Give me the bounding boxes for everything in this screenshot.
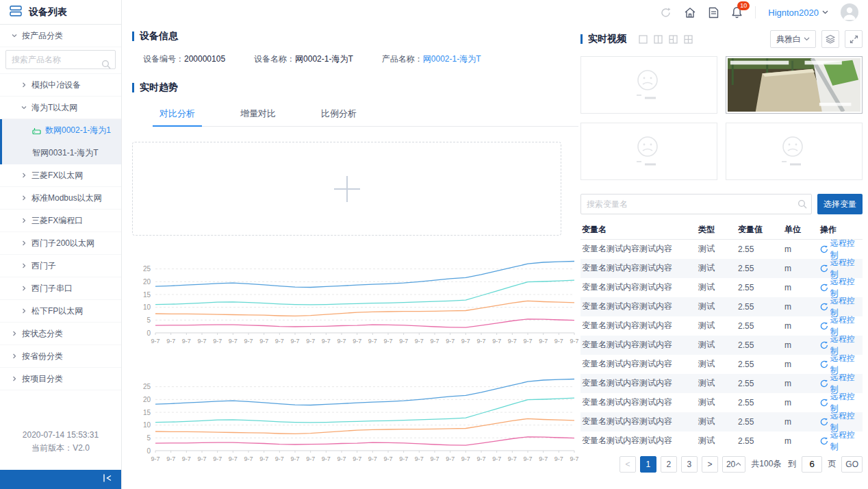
layout-4-icon[interactable] <box>684 35 693 44</box>
jump-page-input[interactable] <box>802 456 822 473</box>
video-cell-0-empty[interactable] <box>580 56 717 114</box>
home-icon[interactable] <box>684 7 696 18</box>
tab-0[interactable]: 对比分析 <box>153 103 202 126</box>
column-header-3: 单位 <box>783 221 819 239</box>
svg-text:9-7: 9-7 <box>290 338 299 344</box>
page-button-1[interactable]: 1 <box>640 456 656 473</box>
cell-type: 测试 <box>697 431 737 451</box>
cell-name: 变量名测试内容测试内容 <box>580 259 697 278</box>
page-button-3[interactable]: 3 <box>681 456 698 473</box>
remote-control-link[interactable]: 远程控制 <box>820 393 863 412</box>
trend-tabs: 对比分析增量对比比例分析 <box>153 103 578 127</box>
variable-search-input[interactable] <box>580 194 812 214</box>
fullscreen-button[interactable] <box>845 30 863 48</box>
remote-control-link[interactable]: 远程控制 <box>820 374 863 393</box>
remote-control-icon <box>820 284 828 292</box>
cell-type: 测试 <box>697 278 737 297</box>
remote-control-link[interactable]: 远程控制 <box>820 297 863 316</box>
table-row: 变量名测试内容测试内容测试2.55m远程控制 <box>580 297 863 316</box>
cell-unit: m <box>783 297 819 316</box>
remote-control-link[interactable]: 远程控制 <box>820 278 863 297</box>
layers-button[interactable] <box>821 30 839 48</box>
tab-2[interactable]: 比例分析 <box>314 103 363 126</box>
tree-item-5[interactable]: 智网0031-1-海为T <box>2 142 121 164</box>
bell-icon[interactable]: 10 <box>731 6 743 18</box>
go-button[interactable]: GO <box>841 456 863 473</box>
cell-unit: m <box>783 412 819 431</box>
remote-control-icon <box>820 399 828 407</box>
page-button-2[interactable]: 2 <box>661 456 677 473</box>
tree-item-4[interactable]: 数网0002-1-海为1 <box>2 119 121 142</box>
remote-control-link[interactable]: 远程控制 <box>820 240 863 259</box>
tab-1[interactable]: 增量对比 <box>233 103 283 126</box>
remote-control-icon <box>820 379 828 388</box>
next-page-button[interactable]: > <box>702 456 718 473</box>
chevron-down-icon <box>21 104 27 111</box>
chevron-right-icon <box>11 353 18 360</box>
layout-2-icon[interactable] <box>654 35 663 44</box>
svg-text:9-7: 9-7 <box>182 338 191 344</box>
cell-type: 测试 <box>697 297 737 316</box>
remote-control-link[interactable]: 远程控制 <box>820 431 863 451</box>
user-menu[interactable]: Hignton2020 <box>768 8 828 18</box>
device-field-2: 产品名称：网0002-1-海为T <box>382 53 481 65</box>
cell-name: 变量名测试内容测试内容 <box>580 374 697 393</box>
svg-text:20: 20 <box>143 278 151 286</box>
tree-item-13[interactable]: 按状态分类 <box>0 323 121 345</box>
refresh-icon[interactable] <box>660 7 672 18</box>
tree-item-15[interactable]: 按项目分类 <box>0 368 121 390</box>
video-title-text: 实时视频 <box>588 33 626 45</box>
remote-control-link[interactable]: 远程控制 <box>820 259 863 278</box>
remote-control-link[interactable]: 远程控制 <box>820 316 863 336</box>
remote-control-link[interactable]: 远程控制 <box>820 355 863 374</box>
table-row: 变量名测试内容测试内容测试2.55m远程控制 <box>580 355 863 374</box>
cell-type: 测试 <box>697 336 737 355</box>
theme-select[interactable]: 典雅白 <box>770 30 816 48</box>
video-cell-2-empty[interactable] <box>580 123 717 180</box>
svg-text:9-7: 9-7 <box>306 455 315 462</box>
product-search-input[interactable] <box>5 50 116 69</box>
add-chart-box[interactable] <box>132 142 561 236</box>
video-cell-3-empty[interactable] <box>726 123 863 180</box>
avatar[interactable] <box>841 3 858 21</box>
select-variable-button[interactable]: 选择变量 <box>817 194 863 214</box>
tree-item-11[interactable]: 西门子串口 <box>0 277 121 300</box>
tree-item-8[interactable]: 三菱FX编程口 <box>0 210 121 232</box>
svg-text:9-7: 9-7 <box>539 338 548 344</box>
sidebar-collapse-bar[interactable] <box>0 470 121 489</box>
collapse-sidebar-icon[interactable] <box>102 473 113 486</box>
cell-value: 2.55 <box>737 393 783 412</box>
tree-item-12[interactable]: 松下FP以太网 <box>0 300 121 323</box>
svg-text:9-7: 9-7 <box>275 338 284 344</box>
pagination: <123>20 共100条到页GO <box>580 456 863 473</box>
variable-table: 变量名类型变量值单位操作 变量名测试内容测试内容测试2.55m远程控制变量名测试… <box>580 221 863 451</box>
layout-1-icon[interactable] <box>639 35 648 44</box>
tree-item-3[interactable]: 海为T以太网 <box>0 97 121 119</box>
video-cell-1-live[interactable] <box>726 56 863 114</box>
expand-icon <box>850 35 858 44</box>
tree-item-9[interactable]: 西门子200以太网 <box>0 232 121 255</box>
tree-item-14[interactable]: 按省份分类 <box>0 345 121 368</box>
remote-control-link[interactable]: 远程控制 <box>820 412 863 431</box>
selected-group: 数网0002-1-海为1智网0031-1-海为T <box>0 119 121 164</box>
tree-item-label: 海为T以太网 <box>31 102 77 114</box>
username: Hignton2020 <box>768 8 819 18</box>
svg-text:9-7: 9-7 <box>259 338 268 344</box>
tree-item-0[interactable]: 按产品分类 <box>0 25 121 47</box>
tree-item-10[interactable]: 西门子 <box>0 255 121 277</box>
document-icon[interactable] <box>709 7 719 18</box>
cell-name: 变量名测试内容测试内容 <box>580 412 697 431</box>
cell-unit: m <box>783 278 819 297</box>
trend-chart-1: 05101520259-79-79-79-79-79-79-79-79-79-7… <box>132 249 578 353</box>
tree-item-2[interactable]: 模拟中冶设备 <box>0 74 121 97</box>
page-size-select[interactable]: 20 <box>722 456 745 473</box>
svg-text:9-7: 9-7 <box>570 338 578 344</box>
device-field-value[interactable]: 网0002-1-海为T <box>423 54 481 64</box>
chevron-down-icon <box>804 37 810 41</box>
tree-item-7[interactable]: 标准Modbus以太网 <box>0 187 121 210</box>
remote-control-link[interactable]: 远程控制 <box>820 336 863 355</box>
prev-page-button[interactable]: < <box>620 456 636 473</box>
tree-item-6[interactable]: 三菱FX以太网 <box>0 164 121 187</box>
cell-unit: m <box>783 393 819 412</box>
layout-3-icon[interactable] <box>669 35 678 44</box>
